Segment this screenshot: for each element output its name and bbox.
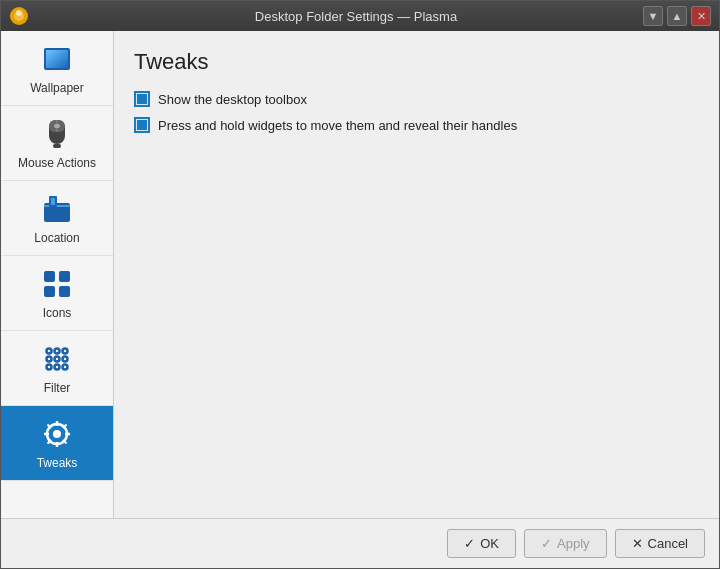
- svg-point-27: [55, 365, 60, 370]
- sidebar-item-wallpaper[interactable]: Wallpaper: [1, 31, 113, 106]
- svg-point-21: [63, 349, 68, 354]
- svg-rect-5: [46, 50, 68, 68]
- sidebar-item-mouse-actions-label: Mouse Actions: [18, 156, 96, 170]
- ok-button[interactable]: ✓ OK: [447, 529, 516, 558]
- svg-rect-10: [53, 144, 61, 148]
- tweaks-icon: [39, 416, 75, 452]
- svg-rect-17: [44, 286, 55, 297]
- checkbox-label-show-toolbox: Show the desktop toolbox: [158, 92, 307, 107]
- sidebar: Wallpaper Mouse Actions: [1, 31, 114, 518]
- checkbox-press-hold[interactable]: [134, 117, 150, 133]
- svg-point-20: [55, 357, 60, 362]
- sidebar-item-location[interactable]: Location: [1, 181, 113, 256]
- page-title: Tweaks: [134, 49, 699, 75]
- titlebar-controls: ▼ ▲ ✕: [643, 6, 711, 26]
- minimize-button[interactable]: ▼: [643, 6, 663, 26]
- svg-point-22: [47, 365, 52, 370]
- svg-point-19: [47, 349, 52, 354]
- sidebar-item-wallpaper-label: Wallpaper: [30, 81, 84, 95]
- sidebar-item-tweaks-label: Tweaks: [37, 456, 78, 470]
- window: Desktop Folder Settings — Plasma ▼ ▲ ✕: [0, 0, 720, 569]
- content-area: Wallpaper Mouse Actions: [1, 31, 719, 518]
- cancel-icon: ✕: [632, 536, 643, 551]
- sidebar-item-tweaks[interactable]: Tweaks: [1, 406, 113, 481]
- wallpaper-icon: [39, 41, 75, 77]
- close-button[interactable]: ✕: [691, 6, 711, 26]
- svg-point-25: [47, 357, 52, 362]
- apply-label: Apply: [557, 536, 590, 551]
- sidebar-item-location-label: Location: [34, 231, 79, 245]
- window-title: Desktop Folder Settings — Plasma: [69, 9, 643, 24]
- sidebar-item-filter[interactable]: Filter: [1, 331, 113, 406]
- checkbox-row-press-hold: Press and hold widgets to move them and …: [134, 117, 699, 133]
- app-icon: [9, 6, 29, 26]
- apply-button[interactable]: ✓ Apply: [524, 529, 607, 558]
- sidebar-item-icons-label: Icons: [43, 306, 72, 320]
- location-icon: [39, 191, 75, 227]
- svg-rect-18: [59, 286, 70, 297]
- ok-icon: ✓: [464, 536, 475, 551]
- svg-rect-9: [54, 124, 60, 128]
- sidebar-item-icons[interactable]: Icons: [1, 256, 113, 331]
- svg-point-23: [63, 365, 68, 370]
- sidebar-item-mouse-actions[interactable]: Mouse Actions: [1, 106, 113, 181]
- checkbox-row-show-toolbox: Show the desktop toolbox: [134, 91, 699, 107]
- maximize-button[interactable]: ▲: [667, 6, 687, 26]
- cancel-button[interactable]: ✕ Cancel: [615, 529, 705, 558]
- ok-label: OK: [480, 536, 499, 551]
- checkbox-show-toolbox[interactable]: [134, 91, 150, 107]
- icons-icon: [39, 266, 75, 302]
- svg-point-29: [53, 430, 61, 438]
- main-content: Tweaks Show the desktop toolbox Press an…: [114, 31, 719, 518]
- svg-point-26: [63, 357, 68, 362]
- sidebar-item-filter-label: Filter: [44, 381, 71, 395]
- titlebar: Desktop Folder Settings — Plasma ▼ ▲ ✕: [1, 1, 719, 31]
- svg-rect-15: [44, 271, 55, 282]
- checkbox-check-show-toolbox: [137, 94, 147, 104]
- footer: ✓ OK ✓ Apply ✕ Cancel: [1, 518, 719, 568]
- checkbox-label-press-hold: Press and hold widgets to move them and …: [158, 118, 517, 133]
- checkbox-check-press-hold: [137, 120, 147, 130]
- svg-rect-16: [59, 271, 70, 282]
- svg-rect-14: [51, 198, 55, 205]
- svg-point-24: [55, 349, 60, 354]
- mouse-actions-icon: [39, 116, 75, 152]
- filter-icon: [39, 341, 75, 377]
- cancel-label: Cancel: [648, 536, 688, 551]
- svg-point-2: [16, 10, 22, 16]
- apply-icon: ✓: [541, 536, 552, 551]
